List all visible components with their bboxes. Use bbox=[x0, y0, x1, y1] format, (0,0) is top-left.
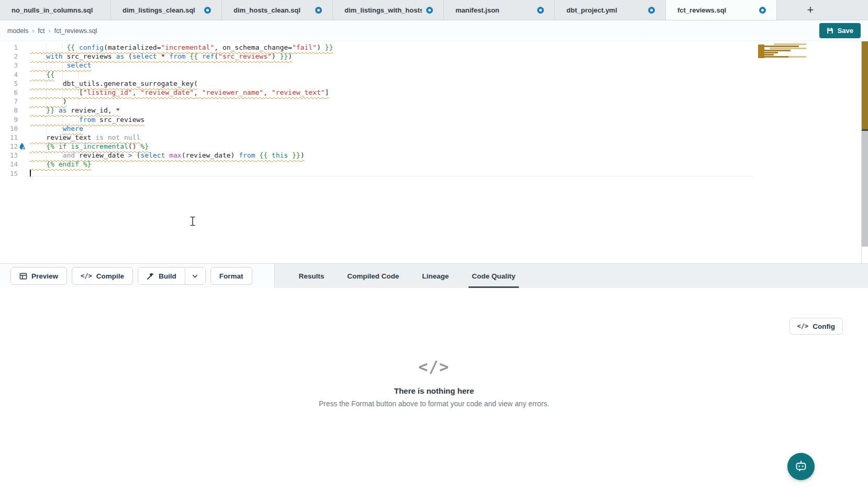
result-tabs: ResultsCompiled CodeLineageCode Quality bbox=[274, 264, 868, 288]
line-number: 14 bbox=[0, 160, 18, 169]
tab-dim_hosts_clean.sql[interactable]: dim_hosts_clean.sql bbox=[222, 0, 333, 20]
breadcrumb-item[interactable]: fct bbox=[38, 27, 44, 35]
code-line-8[interactable]: 8 }} as review_id, * bbox=[0, 106, 868, 115]
unsaved-changes-dot-icon bbox=[315, 7, 322, 14]
editor-rule bbox=[25, 176, 754, 176]
code-line-15[interactable]: 15 bbox=[0, 169, 868, 178]
dbt-ide-window: no_nulls_in_columns.sqldim_listings_clea… bbox=[0, 0, 868, 500]
save-button[interactable]: Save bbox=[819, 23, 861, 38]
empty-state-title: There is nothing here bbox=[394, 386, 474, 395]
line-text bbox=[18, 169, 31, 178]
line-number: 15 bbox=[0, 169, 18, 178]
scrollbar-track bbox=[862, 131, 868, 247]
breadcrumb-separator-icon: › bbox=[32, 27, 34, 35]
code-line-10[interactable]: 10 where bbox=[0, 124, 868, 133]
tab-code-quality[interactable]: Code Quality bbox=[472, 264, 515, 288]
line-number: 4 bbox=[0, 70, 18, 79]
build-button-group: Build bbox=[138, 267, 206, 285]
line-text: {% endif %} bbox=[18, 160, 91, 169]
code-line-9[interactable]: 9 from src_reviews bbox=[0, 115, 868, 124]
tab-fct_reviews.sql[interactable]: fct_reviews.sql bbox=[666, 0, 777, 20]
compile-button[interactable]: </>Compile bbox=[72, 267, 133, 285]
code-line-14[interactable]: 14 {% endif %} bbox=[0, 160, 868, 169]
format-button[interactable]: Format bbox=[210, 267, 252, 285]
tab-label: dim_listings_with_hosts.sql bbox=[344, 6, 422, 14]
new-tab-button[interactable]: + bbox=[803, 0, 818, 20]
line-text: dbt_utils.generate_surrogate_key( bbox=[18, 79, 198, 88]
code-line-3[interactable]: 3 select bbox=[0, 61, 868, 70]
compile-button-label: Compile bbox=[96, 272, 124, 280]
build-button[interactable]: Build bbox=[138, 268, 185, 284]
code-line-6[interactable]: 6 ["listing_id", "review_date", "reviewe… bbox=[0, 88, 868, 97]
tab-dim_listings_with_hosts.sql[interactable]: dim_listings_with_hosts.sql bbox=[333, 0, 444, 20]
tab-bar: no_nulls_in_columns.sqldim_listings_clea… bbox=[0, 0, 868, 20]
warning-underlined-code: review_text is not null bbox=[30, 134, 140, 141]
line-text: from src_reviews bbox=[18, 115, 144, 124]
code-line-4[interactable]: 4 {{ bbox=[0, 70, 868, 79]
warning-underlined-code: ["listing_id", "review_date", "reviewer_… bbox=[30, 88, 329, 96]
code-line-7[interactable]: 7 ) bbox=[0, 97, 868, 106]
table-icon bbox=[19, 272, 27, 280]
empty-state-subtitle: Press the Format button above to format … bbox=[319, 400, 549, 408]
config-button[interactable]: </> Config bbox=[789, 318, 843, 335]
plus-icon: + bbox=[807, 3, 814, 17]
line-text: and review_date > (select max(review_dat… bbox=[18, 151, 304, 160]
warning-underlined-code: select bbox=[30, 61, 91, 69]
empty-state: </> There is nothing here Press the Form… bbox=[0, 358, 868, 408]
unsaved-changes-dot-icon bbox=[426, 7, 433, 14]
build-button-label: Build bbox=[159, 272, 176, 280]
line-text: }} as review_id, * bbox=[18, 106, 120, 115]
save-icon bbox=[827, 27, 833, 34]
warning-underlined-code: }} as review_id, * bbox=[30, 106, 120, 114]
line-text: {{ bbox=[18, 70, 54, 79]
line-number: 13 bbox=[0, 151, 18, 160]
line-number: 9 bbox=[0, 115, 18, 124]
warning-underlined-code: ) bbox=[30, 97, 66, 105]
tab-no_nulls_in_columns.sql[interactable]: no_nulls_in_columns.sql bbox=[0, 0, 111, 20]
tab-manifest.json[interactable]: manifest.json bbox=[444, 0, 555, 20]
warning-underlined-code: {{ bbox=[30, 71, 54, 79]
warning-underlined-code: {{ config(materialized="incremental", on… bbox=[30, 43, 333, 51]
chat-assistant-button[interactable] bbox=[787, 453, 815, 480]
line-number: 10 bbox=[0, 124, 18, 133]
code-line-1[interactable]: 1 {{ config(materialized="incremental", … bbox=[0, 43, 868, 52]
editor-toolbar: Preview</>CompileBuildFormat ResultsComp… bbox=[0, 263, 868, 288]
preview-button[interactable]: Preview bbox=[10, 267, 67, 285]
minimap[interactable] bbox=[758, 43, 806, 61]
warning-underlined-code: dbt_utils.generate_surrogate_key( bbox=[30, 80, 198, 87]
tab-label: manifest.json bbox=[455, 6, 499, 14]
line-number: 7 bbox=[0, 97, 18, 106]
code-editor[interactable]: 1 {{ config(materialized="incremental", … bbox=[0, 41, 868, 263]
code-line-5[interactable]: 5 dbt_utils.generate_surrogate_key( bbox=[0, 79, 868, 88]
warning-underlined-code: {% if is_incremental() %} bbox=[30, 142, 149, 150]
build-dropdown-button[interactable] bbox=[185, 268, 205, 284]
line-text: {{ config(materialized="incremental", on… bbox=[18, 43, 333, 52]
tab-dbt_project.yml[interactable]: dbt_project.yml bbox=[555, 0, 666, 20]
warning-underlined-code: with src_reviews as (select * from {{ re… bbox=[30, 52, 292, 60]
warning-underlined-code: from src_reviews bbox=[30, 116, 144, 124]
editor-scrollbar[interactable] bbox=[861, 41, 868, 263]
warning-underlined-code: {% endif %} bbox=[30, 160, 91, 168]
warning-underlined-code: where bbox=[30, 125, 83, 132]
code-line-12[interactable]: 12 {% if is_incremental() %} bbox=[0, 142, 868, 151]
tab-label: dim_listings_clean.sql bbox=[123, 6, 195, 14]
tab-dim_listings_clean.sql[interactable]: dim_listings_clean.sql bbox=[111, 0, 222, 20]
breadcrumb-separator-icon: › bbox=[49, 27, 51, 35]
breadcrumb-bar: models›fct›fct_reviews.sql Save bbox=[0, 20, 868, 41]
code-icon: </> bbox=[797, 323, 809, 330]
code-line-11[interactable]: 11 review_text is not null bbox=[0, 133, 868, 142]
line-text: with src_reviews as (select * from {{ re… bbox=[18, 52, 292, 61]
tab-compiled-code[interactable]: Compiled Code bbox=[347, 264, 399, 288]
chevron-down-icon bbox=[192, 273, 198, 280]
unsaved-changes-dot-icon bbox=[204, 7, 211, 14]
warning-underlined-code: and review_date > (select max(review_dat… bbox=[30, 151, 304, 159]
code-line-2[interactable]: 2 with src_reviews as (select * from {{ … bbox=[0, 52, 868, 61]
breadcrumb-item[interactable]: models bbox=[7, 27, 28, 35]
breadcrumb-item[interactable]: fct_reviews.sql bbox=[54, 27, 97, 35]
tab-results[interactable]: Results bbox=[299, 264, 325, 288]
unsaved-changes-dot-icon bbox=[648, 7, 655, 14]
line-number: 8 bbox=[0, 106, 18, 115]
code-line-13[interactable]: 13 and review_date > (select max(review_… bbox=[0, 151, 868, 160]
tab-lineage[interactable]: Lineage bbox=[422, 264, 449, 288]
tab-label: no_nulls_in_columns.sql bbox=[12, 6, 93, 14]
